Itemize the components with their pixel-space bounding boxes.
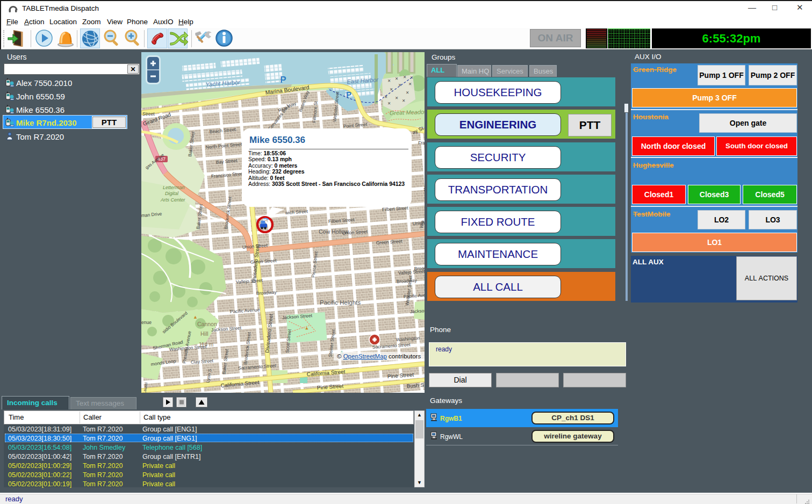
svg-text:Fra: Fra bbox=[418, 140, 425, 146]
svg-text:enue: enue bbox=[141, 320, 152, 325]
svg-text:Heading: 232 degrees: Heading: 232 degrees bbox=[248, 169, 305, 175]
svg-text:Altitude: 0 feet: Altitude: 0 feet bbox=[248, 175, 285, 181]
svg-text:Pacific Heights: Pacific Heights bbox=[320, 299, 361, 306]
svg-text:▲: ▲ bbox=[304, 325, 310, 331]
svg-text:Accuracy: 0 meters: Accuracy: 0 meters bbox=[248, 163, 297, 169]
svg-text:Letterman: Letterman bbox=[163, 185, 185, 190]
svg-text:✕: ✕ bbox=[408, 82, 412, 87]
svg-text:Great Meadow: Great Meadow bbox=[390, 109, 425, 117]
svg-text:Speed: 0.13 mph: Speed: 0.13 mph bbox=[248, 156, 292, 162]
svg-text:Arts Center: Arts Center bbox=[160, 197, 186, 203]
svg-text:Broad: Broad bbox=[414, 265, 425, 271]
svg-text:✕: ✕ bbox=[387, 101, 391, 106]
svg-text:Bush S: Bush S bbox=[406, 382, 424, 389]
svg-text:Time: 18:55:06: Time: 18:55:06 bbox=[248, 150, 286, 156]
svg-text:▲: ▲ bbox=[193, 314, 198, 320]
svg-text:Hill: Hill bbox=[200, 330, 209, 337]
svg-text:Digital: Digital bbox=[165, 191, 179, 196]
svg-text:P: P bbox=[346, 90, 351, 99]
svg-text:✕: ✕ bbox=[395, 76, 398, 81]
svg-text:ster: ster bbox=[422, 184, 425, 192]
svg-text:Cannon: Cannon bbox=[197, 321, 217, 327]
svg-text:Address: 3035 Scott Street -: Address: 3035 Scott Street - San Francis… bbox=[248, 181, 405, 187]
svg-text:Union Str: Union Str bbox=[412, 220, 425, 226]
svg-text:Mike 6550.36: Mike 6550.36 bbox=[249, 135, 305, 145]
svg-text:✕: ✕ bbox=[395, 96, 398, 100]
svg-text:✕: ✕ bbox=[402, 98, 405, 103]
svg-text:© OpenStreetMap contributors: © OpenStreetMap contributors bbox=[337, 353, 421, 359]
svg-text:Street: Street bbox=[142, 111, 155, 117]
svg-text:✕: ✕ bbox=[406, 90, 409, 95]
svg-text:✕: ✕ bbox=[387, 78, 391, 83]
svg-text:Jackson St: Jackson St bbox=[409, 307, 425, 314]
svg-text:✕: ✕ bbox=[403, 75, 406, 80]
svg-text:P: P bbox=[280, 75, 286, 85]
